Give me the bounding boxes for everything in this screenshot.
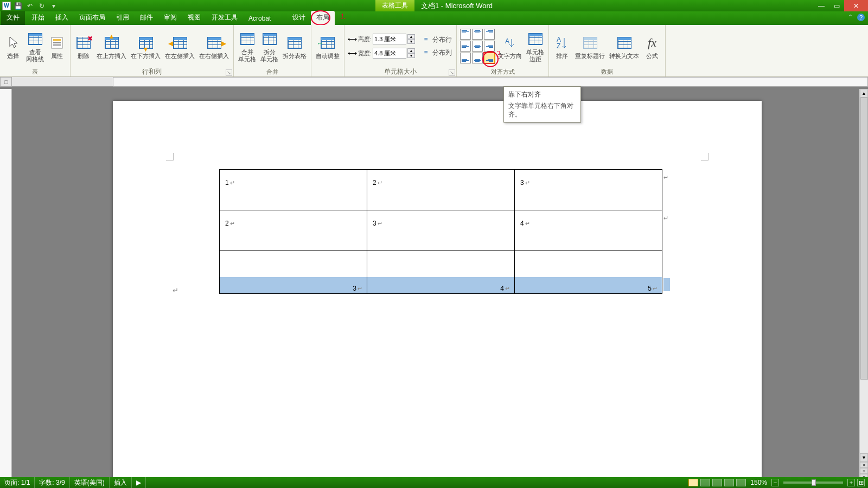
align-middle-left[interactable] <box>460 41 471 52</box>
properties-label: 属性 <box>51 53 63 60</box>
document-area[interactable]: 1↵ 2↵ 3↵↵ 2↵ 3↵ 4↵↵ 3↵ 4↵ 5↵ ↵ <box>12 89 859 477</box>
vertical-ruler[interactable] <box>0 89 12 477</box>
status-page[interactable]: 页面: 1/1 <box>0 477 35 488</box>
table-row[interactable]: 2↵ 3↵ 4↵↵ <box>220 210 662 251</box>
zoom-level[interactable]: 150% <box>750 479 767 486</box>
split-table-button[interactable]: 拆分表格 <box>280 32 309 61</box>
properties-button[interactable]: 属性 <box>46 32 68 61</box>
table-cell[interactable]: 4↵ <box>367 251 515 294</box>
sort-button[interactable]: AZ 排序 <box>551 32 573 61</box>
save-icon[interactable]: 💾 <box>13 1 23 11</box>
select-button[interactable]: 选择 <box>2 32 24 61</box>
table-cell[interactable]: 2↵ <box>367 170 515 210</box>
insert-below-button[interactable]: ▼ 在下方插入 <box>129 32 163 61</box>
cell-size-launcher[interactable]: ↘ <box>449 69 455 76</box>
scroll-thumb[interactable] <box>860 98 868 380</box>
tab-references[interactable]: 引用 <box>111 11 135 25</box>
status-macro-icon[interactable]: ▶ <box>132 477 146 488</box>
document-table[interactable]: 1↵ 2↵ 3↵↵ 2↵ 3↵ 4↵↵ 3↵ 4↵ 5↵ <box>219 169 662 294</box>
align-bottom-right[interactable] <box>484 53 495 63</box>
restore-button[interactable]: ▭ <box>829 0 844 11</box>
table-cell[interactable]: 5↵ <box>515 251 662 294</box>
tab-acrobat[interactable]: Acrobat <box>243 12 276 25</box>
status-language[interactable]: 英语(美国) <box>70 477 110 488</box>
horizontal-ruler[interactable] <box>12 77 868 87</box>
table-cell[interactable]: 3↵↵ <box>515 170 662 210</box>
group-alignment: A 文字方向 单元格 边距 对齐方式 2. <box>457 25 549 76</box>
view-web-layout-icon[interactable] <box>712 479 722 486</box>
tab-insert[interactable]: 插入 <box>50 11 74 25</box>
tab-review[interactable]: 审阅 <box>158 11 182 25</box>
align-middle-right[interactable] <box>484 41 495 52</box>
repeat-header-button[interactable]: 重复标题行 <box>573 32 607 61</box>
align-top-right[interactable] <box>484 29 495 40</box>
align-bottom-center[interactable] <box>472 53 483 63</box>
tab-mailings[interactable]: 邮件 <box>135 11 158 25</box>
table-row-selected[interactable]: 3↵ 4↵ 5↵ <box>220 251 662 294</box>
ruler-corner[interactable]: ▢ <box>0 77 12 87</box>
view-full-screen-icon[interactable] <box>700 479 710 486</box>
view-print-layout-icon[interactable] <box>688 479 698 486</box>
distribute-cols-button[interactable]: ≡分布列 <box>420 47 453 59</box>
tab-home[interactable]: 开始 <box>26 11 50 25</box>
height-input[interactable] <box>373 34 406 44</box>
table-cell[interactable]: 3↵ <box>367 210 515 251</box>
tab-developer[interactable]: 开发工具 <box>206 11 243 25</box>
tab-layout[interactable]: 布局 1. <box>311 11 335 25</box>
convert-to-text-button[interactable]: 转换为文本 <box>607 32 641 61</box>
formula-button[interactable]: fx 公式 <box>641 32 663 61</box>
tab-page-layout[interactable]: 页面布局 <box>74 11 111 25</box>
view-gridlines-button[interactable]: 查看 网格线 <box>24 28 46 64</box>
vertical-scrollbar[interactable]: ▲ ▼ « ○ » <box>859 89 868 477</box>
align-bottom-left[interactable] <box>460 53 471 63</box>
zoom-in-button[interactable]: + <box>847 479 855 486</box>
group-merge: 合并 单元格 拆分 单元格 拆分表格 合并 <box>234 25 311 76</box>
tab-design[interactable]: 设计 <box>287 11 311 25</box>
status-words[interactable]: 字数: 3/9 <box>35 477 69 488</box>
align-top-center[interactable] <box>472 29 483 40</box>
view-draft-icon[interactable] <box>736 479 746 486</box>
delete-button[interactable]: ✖ 删除 <box>73 32 94 61</box>
insert-left-button[interactable]: ◀ 在左侧插入 <box>163 32 197 61</box>
close-button[interactable]: ✕ <box>844 0 868 11</box>
align-middle-center[interactable] <box>472 41 483 52</box>
tab-view[interactable]: 视图 <box>182 11 206 25</box>
zoom-fit-button[interactable]: ⊞ <box>857 479 865 486</box>
status-insert-mode[interactable]: 插入 <box>110 477 132 488</box>
table-cell[interactable]: 2↵ <box>220 210 367 251</box>
scroll-up-icon[interactable]: ▲ <box>860 89 868 98</box>
tab-file[interactable]: 文件 <box>1 11 25 25</box>
insert-right-button[interactable]: ▶ 在右侧插入 <box>197 32 231 61</box>
table-cell[interactable]: 4↵↵ <box>515 210 662 251</box>
collapse-ribbon-icon[interactable]: ⌃ <box>848 14 853 21</box>
redo-icon[interactable]: ↻ <box>37 1 47 11</box>
table-cell[interactable]: 1↵ <box>220 170 367 210</box>
table-row[interactable]: 1↵ 2↵ 3↵↵ <box>220 170 662 210</box>
status-bar: 页面: 1/1 字数: 3/9 英语(美国) 插入 ▶ 150% − + ⊞ <box>0 477 868 488</box>
align-top-left[interactable] <box>460 29 471 40</box>
qat-more-icon[interactable]: ▾ <box>49 1 59 11</box>
word-app-icon[interactable]: W <box>2 2 11 10</box>
minimize-button[interactable]: — <box>814 0 829 11</box>
width-spinner[interactable]: ▲▼ <box>407 48 415 58</box>
quick-access-toolbar: W 💾 ↶ ↻ ▾ <box>0 1 59 11</box>
scroll-down-icon[interactable]: ▼ <box>860 453 868 462</box>
rows-cols-launcher[interactable]: ↘ <box>226 69 232 76</box>
undo-icon[interactable]: ↶ <box>25 1 35 11</box>
height-spinner[interactable]: ▲▼ <box>407 34 415 44</box>
help-icon[interactable]: ? <box>857 14 865 21</box>
split-cells-button[interactable]: 拆分 单元格 <box>258 28 280 64</box>
zoom-out-button[interactable]: − <box>771 479 779 486</box>
cell-margins-button[interactable]: 单元格 边距 <box>524 28 546 64</box>
insert-above-button[interactable]: ▲ 在上方插入 <box>94 32 129 61</box>
distribute-rows-button[interactable]: ≡分布行 <box>420 34 453 46</box>
merge-cells-button[interactable]: 合并 单元格 <box>236 28 258 64</box>
width-input[interactable] <box>373 48 406 59</box>
table-cell[interactable]: 3↵ <box>220 251 367 294</box>
prev-page-icon[interactable]: « <box>860 462 868 468</box>
autofit-button[interactable]: ↔ 自动调整 <box>314 32 342 61</box>
zoom-slider[interactable] <box>783 481 843 484</box>
browse-object-icon[interactable]: ○ <box>860 468 868 474</box>
zoom-slider-knob[interactable] <box>812 479 816 486</box>
view-outline-icon[interactable] <box>724 479 734 486</box>
